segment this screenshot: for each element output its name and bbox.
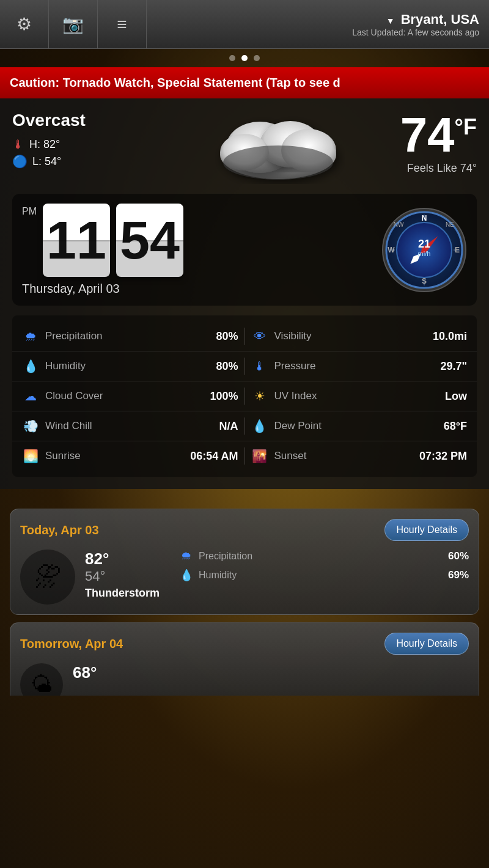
- alert-banner[interactable]: Caution: Tornado Watch, Special Statemen…: [0, 67, 489, 98]
- uv-icon: ☀: [251, 389, 268, 403]
- divider: [244, 388, 245, 405]
- humidity-value: 80%: [196, 360, 238, 373]
- svg-text:E: E: [455, 246, 460, 254]
- forecast-section: Today, Apr 03 Hourly Details ⛈ 82° 54° T…: [0, 499, 489, 705]
- cloud-value: 100%: [196, 390, 238, 403]
- tomorrow-hourly-button[interactable]: Hourly Details: [384, 633, 469, 655]
- weather-right: 74°F Feels Like 74°: [367, 111, 477, 175]
- today-date: Today, Apr 03: [20, 523, 99, 537]
- thermometer-lo-icon: 🔵: [12, 154, 28, 169]
- detail-col-sunrise: 🌅 Sunrise 06:54 AM: [22, 449, 238, 463]
- detail-row-humidity: 💧 Humidity 80% 🌡 Pressure 29.7": [12, 351, 477, 381]
- pressure-icon: 🌡: [251, 359, 268, 373]
- tomorrow-forecast-content: 🌤 68°: [20, 663, 469, 696]
- divider: [244, 417, 245, 435]
- uv-value: Low: [424, 390, 467, 403]
- today-forecast-content: ⛈ 82° 54° Thunderstorm 🌧 Precipitation 6…: [20, 550, 469, 605]
- today-temps: 82° 54° Thunderstorm: [85, 550, 160, 600]
- today-precip-row: 🌧 Precipitation 60%: [179, 550, 469, 562]
- pressure-value: 29.7": [424, 360, 467, 373]
- today-humidity-icon: 💧: [179, 568, 194, 582]
- visibility-label: Visibility: [274, 330, 419, 342]
- tomorrow-weather-icon: 🌤: [20, 663, 63, 696]
- camera-button[interactable]: 📷: [49, 0, 98, 49]
- divider: [244, 358, 245, 375]
- thermometer-icon: 🌡: [12, 138, 24, 152]
- today-hourly-button[interactable]: Hourly Details: [384, 519, 469, 541]
- sunset-icon: 🌇: [251, 449, 268, 463]
- svg-text:W: W: [388, 246, 395, 254]
- dot-3[interactable]: [254, 55, 260, 61]
- toolbar-icons: ⚙ 📷 ≡: [0, 0, 147, 49]
- sunrise-icon: 🌅: [22, 449, 39, 463]
- windchill-icon: 💨: [22, 419, 39, 433]
- menu-button[interactable]: ≡: [98, 0, 147, 49]
- detail-row-cloud: ☁ Cloud Cover 100% ☀ UV Index Low: [12, 381, 477, 411]
- clock-left: PM 11 54 Thursday, April 03: [22, 204, 369, 296]
- dot-1[interactable]: [229, 55, 235, 61]
- toolbar-location[interactable]: ▼ Bryant, USA Last Updated: A few second…: [147, 12, 489, 37]
- today-forecast-card[interactable]: Today, Apr 03 Hourly Details ⛈ 82° 54° T…: [10, 509, 479, 615]
- clock-row: PM 11 54 Thursday, April 03: [12, 194, 477, 306]
- dewpoint-label: Dew Point: [274, 420, 419, 432]
- temp-unit: °F: [455, 114, 477, 139]
- high-temp: H: 82°: [29, 138, 60, 151]
- today-condition: Thunderstorm: [85, 587, 160, 600]
- cloud-image: [189, 111, 367, 184]
- sunrise-label: Sunrise: [45, 450, 184, 462]
- feels-like: Feels Like 74°: [367, 162, 477, 175]
- visibility-value: 10.0mi: [424, 330, 467, 343]
- pressure-label: Pressure: [274, 360, 419, 372]
- sunrise-value: 06:54 AM: [190, 450, 238, 463]
- today-humidity-row: 💧 Humidity 69%: [179, 568, 469, 582]
- clock-hour: 11: [43, 204, 110, 277]
- today-humidity-label: Humidity: [199, 570, 443, 581]
- tomorrow-forecast-header: Tomorrow, Apr 04 Hourly Details: [20, 633, 469, 655]
- today-forecast-stats: 🌧 Precipitation 60% 💧 Humidity 69%: [179, 550, 469, 582]
- detail-col-windchill: 💨 Wind Chill N/A: [22, 419, 238, 433]
- today-low-temp: 54°: [85, 568, 160, 584]
- cloud-label: Cloud Cover: [45, 390, 189, 402]
- weather-details: 🌧 Precipitation 80% 👁 Visibility 10.0mi …: [12, 315, 477, 477]
- sunset-value: 07:32 PM: [419, 450, 467, 463]
- tomorrow-forecast-card[interactable]: Tomorrow, Apr 04 Hourly Details 🌤 68°: [10, 622, 479, 696]
- detail-col-precip: 🌧 Precipitation 80%: [22, 329, 238, 344]
- dewpoint-icon: 💧: [251, 419, 268, 433]
- windchill-value: N/A: [196, 420, 238, 433]
- tomorrow-date: Tomorrow, Apr 04: [20, 637, 123, 651]
- location-name: ▼ Bryant, USA: [147, 12, 479, 28]
- today-forecast-header: Today, Apr 03 Hourly Details: [20, 519, 469, 541]
- weather-left: Overcast 🌡 H: 82° 🔵 L: 54°: [12, 111, 189, 169]
- svg-text:N: N: [422, 214, 427, 223]
- weather-hi-lo: 🌡 H: 82° 🔵 L: 54°: [12, 138, 189, 169]
- cloud-icon: [211, 111, 345, 184]
- today-humidity-value: 69%: [448, 569, 469, 581]
- precip-icon: 🌧: [22, 329, 39, 344]
- today-high-temp: 82°: [85, 550, 160, 568]
- precip-value: 80%: [196, 330, 238, 343]
- detail-row-windchill: 💨 Wind Chill N/A 💧 Dew Point 68°F: [12, 411, 477, 441]
- precip-label: Precipitation: [45, 330, 189, 342]
- page-dots: [0, 49, 489, 67]
- svg-text:21: 21: [418, 238, 430, 250]
- cloud-cover-icon: ☁: [22, 389, 39, 403]
- tomorrow-temps: 68°: [73, 663, 97, 682]
- high-temp-row: 🌡 H: 82°: [12, 138, 189, 152]
- detail-col-pressure: 🌡 Pressure 29.7": [251, 359, 468, 373]
- compass: N S W E NE NW 21 mi/h: [381, 207, 467, 293]
- svg-text:NE: NE: [446, 221, 454, 228]
- settings-button[interactable]: ⚙: [0, 0, 49, 49]
- today-precip-icon: 🌧: [179, 550, 194, 562]
- dot-2[interactable]: [241, 55, 248, 61]
- windchill-label: Wind Chill: [45, 420, 189, 432]
- svg-text:NW: NW: [394, 221, 404, 228]
- detail-col-dewpoint: 💧 Dew Point 68°F: [251, 419, 468, 433]
- detail-row-sunrise: 🌅 Sunrise 06:54 AM 🌇 Sunset 07:32 PM: [12, 441, 477, 471]
- detail-col-uv: ☀ UV Index Low: [251, 389, 468, 403]
- detail-col-sunset: 🌇 Sunset 07:32 PM: [251, 449, 468, 463]
- date-display: Thursday, April 03: [22, 282, 369, 296]
- divider: [244, 447, 245, 465]
- clock-ampm: PM: [22, 206, 37, 217]
- detail-row-precipitation: 🌧 Precipitation 80% 👁 Visibility 10.0mi: [12, 322, 477, 351]
- dropdown-icon: ▼: [386, 16, 395, 26]
